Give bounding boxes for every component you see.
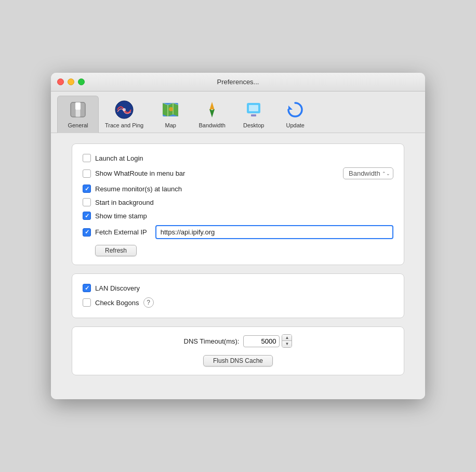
map-icon — [160, 99, 181, 120]
check-bogons-label: Check Bogons — [95, 299, 139, 307]
fetch-external-ip-label: Fetch External IP — [95, 228, 147, 236]
tab-update[interactable]: Update — [274, 96, 316, 133]
tab-general-label: General — [68, 122, 88, 128]
dns-section-content: DNS Timeout(ms): ▲ ▼ Flush DNS Cache — [83, 334, 393, 368]
show-whatroute-label: Show WhatRoute in menu bar — [95, 169, 185, 177]
launch-login-row: Launch at Login — [83, 151, 393, 165]
tab-trace-ping[interactable]: Trace and Ping — [99, 96, 150, 133]
start-background-checkbox[interactable] — [83, 198, 91, 206]
lan-section: LAN Discovery Check Bogons ? — [72, 273, 404, 318]
svg-rect-11 — [251, 114, 256, 116]
refresh-row: Refresh — [83, 242, 393, 257]
dns-timeout-label: DNS Timeout(ms): — [184, 337, 240, 345]
dns-timeout-decrement[interactable]: ▼ — [282, 341, 292, 347]
launch-login-checkbox[interactable] — [83, 154, 91, 162]
zoom-button[interactable] — [78, 78, 85, 85]
launch-login-label: Launch at Login — [95, 154, 143, 162]
dns-timeout-row: DNS Timeout(ms): ▲ ▼ — [184, 334, 293, 348]
tab-bandwidth[interactable]: Bandwidth — [191, 96, 233, 133]
fetch-url-field-wrapper — [155, 225, 393, 239]
resume-monitors-row: Resume monitor(s) at launch — [83, 182, 393, 195]
lan-discovery-label: LAN Discovery — [95, 284, 140, 292]
titlebar: Preferences... — [51, 73, 425, 91]
svg-point-6 — [169, 107, 173, 111]
desktop-icon — [243, 99, 264, 120]
bandwidth-icon — [202, 99, 222, 120]
resume-monitors-label: Resume monitor(s) at launch — [95, 185, 182, 193]
svg-marker-8 — [209, 109, 215, 117]
tab-update-label: Update — [286, 122, 304, 128]
dns-input-wrapper: ▲ ▼ — [243, 334, 292, 348]
svg-rect-2 — [75, 102, 81, 110]
start-background-label: Start in background — [95, 199, 154, 206]
general-icon — [68, 99, 88, 120]
fetch-external-ip-checkbox[interactable] — [83, 228, 91, 237]
svg-rect-10 — [249, 105, 258, 111]
tab-bandwidth-label: Bandwidth — [199, 122, 226, 128]
check-bogons-checkbox[interactable] — [83, 298, 91, 307]
fetch-url-input[interactable] — [155, 225, 393, 239]
close-button[interactable] — [57, 78, 64, 85]
dns-timeout-input[interactable] — [243, 335, 280, 347]
tab-desktop[interactable]: Desktop — [233, 96, 274, 133]
show-whatroute-row: Show WhatRoute in menu bar Bandwidth CPU… — [83, 165, 393, 182]
start-background-row: Start in background — [83, 195, 393, 209]
refresh-button[interactable]: Refresh — [95, 245, 137, 256]
tab-trace-ping-label: Trace and Ping — [105, 122, 143, 128]
dns-timeout-stepper: ▲ ▼ — [282, 334, 292, 348]
resume-monitors-checkbox[interactable] — [83, 185, 91, 193]
tab-general[interactable]: General — [57, 96, 99, 133]
tab-map-label: Map — [165, 122, 176, 128]
toolbar: General Trace and Ping — [51, 91, 425, 133]
traffic-lights — [57, 78, 85, 85]
check-bogons-help-icon[interactable]: ? — [143, 297, 154, 308]
minimize-button[interactable] — [68, 78, 74, 85]
svg-marker-7 — [209, 102, 215, 110]
lan-discovery-row: LAN Discovery — [83, 281, 393, 295]
menu-bar-dropdown-wrapper: Bandwidth CPU Memory — [343, 167, 393, 179]
content-area: Launch at Login Show WhatRoute in menu b… — [51, 133, 425, 399]
trace-ping-icon — [114, 99, 135, 120]
svg-point-4 — [123, 108, 126, 111]
svg-marker-12 — [288, 106, 293, 110]
fetch-left: Fetch External IP — [83, 228, 147, 237]
menu-bar-dropdown[interactable]: Bandwidth CPU Memory — [343, 167, 393, 179]
update-icon — [285, 99, 306, 120]
flush-dns-button[interactable]: Flush DNS Cache — [203, 355, 273, 366]
show-timestamp-row: Show time stamp — [83, 209, 393, 222]
fetch-external-ip-row: Fetch External IP — [83, 222, 393, 242]
general-section: Launch at Login Show WhatRoute in menu b… — [72, 143, 404, 265]
tab-map[interactable]: Map — [150, 96, 191, 133]
show-timestamp-label: Show time stamp — [95, 212, 147, 220]
dns-timeout-increment[interactable]: ▲ — [282, 335, 292, 341]
window-title: Preferences... — [217, 78, 259, 86]
check-bogons-row: Check Bogons ? — [83, 295, 393, 310]
lan-discovery-checkbox[interactable] — [83, 284, 91, 292]
tab-desktop-label: Desktop — [243, 122, 264, 128]
preferences-window: Preferences... General — [51, 73, 425, 399]
content-inner: Launch at Login Show WhatRoute in menu b… — [72, 143, 404, 375]
flush-dns-row: Flush DNS Cache — [203, 351, 273, 368]
show-timestamp-checkbox[interactable] — [83, 212, 91, 220]
dns-section: DNS Timeout(ms): ▲ ▼ Flush DNS Cache — [72, 326, 404, 375]
show-whatroute-checkbox[interactable] — [83, 169, 91, 178]
